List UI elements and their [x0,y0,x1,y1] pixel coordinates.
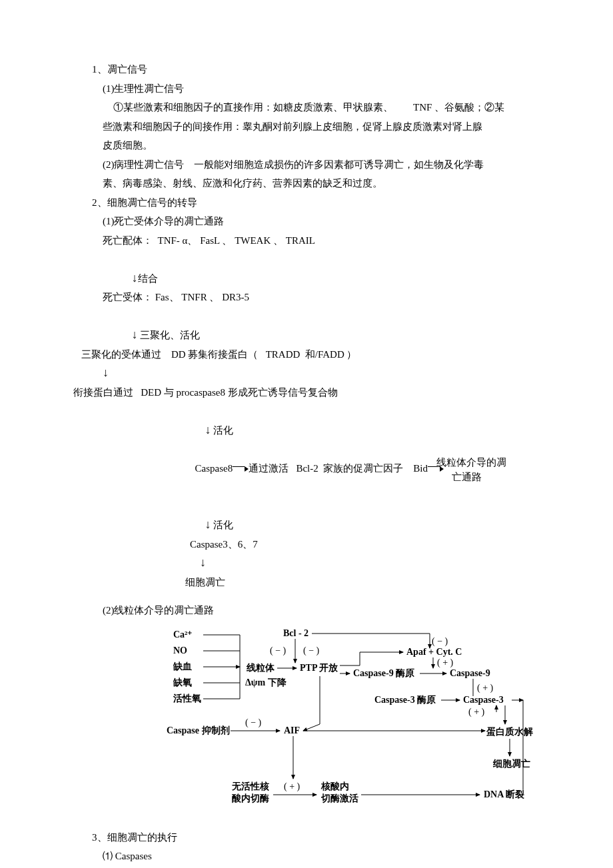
sec2-heading: 2、细胞凋亡信号的转导 [73,193,546,213]
arrow-solo-1: ↓ [73,364,546,383]
fig-minus-3: ( − ) [432,636,448,647]
down-arrow-icon: ↓ [103,366,109,379]
fig-caspinh-label: Caspase 抑制剂 [167,725,230,735]
down-arrow-icon: ↓ [132,328,138,341]
fig-plus-2: ( + ) [477,683,494,693]
sec3-item1: ⑴ Caspases [73,847,546,866]
down-arrow-icon: ↓ [205,423,211,436]
fig-dna-label: DNA 断裂 [484,789,524,799]
arrow-trimer-row: ↓ 三聚化、活化 [73,307,546,345]
fig-ca-label: Ca²⁺ [173,630,192,640]
ded-complex-line: 衔接蛋白通过 DED 与 procaspase8 形成死亡诱导信号复合物 [73,383,546,402]
sec2-1-heading: (1)死亡受体介导的凋亡通路 [73,212,546,231]
sec1-2-line2: 素、病毒感染、射线、应激和化疗药、营养因素的缺乏和过度。 [73,174,546,193]
arrow-activate-1-label: 活化 [213,425,233,436]
sec1-1-heading: (1)生理性凋亡信号 [73,79,546,99]
arrow-activate-2-row: ↓ 活化 [73,497,546,535]
arrow-trimer-label: 三聚化、活化 [140,330,200,340]
dd-recruit-line: 三聚化的受体通过 DD 募集衔接蛋白（ TRADD 和/FADD ） [73,345,546,364]
sec3-item2: ⑵内源性核酸内切酶 [73,866,546,869]
sec1-1-line3: 皮质细胞。 [73,136,546,155]
fig-apoptosis-label: 细胞凋亡 [492,758,530,769]
caspase8-label: Caspase8 [195,463,233,474]
arrow-activate-2-label: 活化 [213,520,233,530]
bcl2-bid-text: 通过激活 Bcl-2 家族的促凋亡因子 Bid [249,463,428,474]
sec1-heading: 1、凋亡信号 [73,60,546,79]
arrow-bind-row: ↓结合 [73,250,546,288]
caspase367-line: Caspase3、6、7 [73,535,546,554]
mito-pathway-text: 线粒体介导的凋亡通路 [426,440,506,500]
down-arrow-icon: ↓ [200,556,206,569]
death-receptor-line: 死亡受体： Fas、 TNFR 、 DR3-5 [73,288,546,307]
sec1-2-line1: (2)病理性凋亡信号 一般能对细胞造成损伤的许多因素都可诱导凋亡，如生物及化学毒 [73,155,546,175]
sec1-1-line1: ①某些激素和细胞因子的直接作用：如糖皮质激素、甲状腺素、 TNF 、谷氨酸；②某 [73,98,546,117]
right-arrow-icon [233,463,249,474]
fig-minus-1: ( − ) [270,646,287,656]
sec3-heading: 3、细胞凋亡的执行 [73,828,546,847]
arrow-activate-1-row: ↓ 活化 [73,402,546,440]
fig-proteolysis-label: 蛋白质水解 [486,726,533,737]
fig-endo-inactive-b: 酸内切酶 [232,793,269,803]
fig-minus-2: ( − ) [303,646,320,656]
fig-c9pro-label: Caspase-9 酶原 [353,668,414,678]
fig-no-label: NO [173,646,187,655]
down-arrow-icon: ↓ [205,518,211,531]
fig-mito-label: 线粒体 [246,663,275,673]
fig-c9-label: Caspase-9 [450,668,490,678]
mitochondrial-pathway-diagram: Ca²⁺ NO 缺血 缺氧 活性氧 Bcl - 2 ( − ) ( − ) ( … [167,624,540,824]
fig-minus-4: ( − ) [245,717,262,728]
fig-ischemia-label: 缺血 [173,661,192,671]
sec1-1-line2: 些激素和细胞因子的间接作用：睾丸酮对前列腺上皮细胞，促肾上腺皮质激素对肾上腺 [73,117,546,137]
fig-plus-1: ( + ) [437,657,454,668]
caspase8-line: Caspase8通过激活 Bcl-2 家族的促凋亡因子 Bid 线粒体介导的凋亡… [73,440,546,497]
fig-ros-label: 活性氧 [173,693,201,703]
fig-plus-4: ( + ) [284,781,301,792]
fig-hypoxia-label: 缺氧 [173,677,192,687]
fig-apaf-label: Apaf + Cyt. C [406,647,462,657]
fig-dpsi-label: Δψm 下降 [245,677,287,687]
arrow-bind-label: 结合 [138,273,158,284]
fig-c3pro-label: Caspase-3 酶原 [374,695,436,705]
fig-endo-inactive-a: 无活性核 [231,781,269,791]
sec2-2-heading: (2)线粒体介导的凋亡通路 [73,601,546,620]
fig-endo-active-a: 核酸内 [320,781,349,791]
down-arrow-icon: ↓ [132,271,138,284]
fig-plus-3: ( + ) [468,707,485,717]
fig-endo-active-b: 切酶激活 [320,793,358,803]
arrow-solo-2: ↓ [73,554,546,573]
fig-c3-label: Caspase-3 [463,695,504,705]
fig-bcl2-label: Bcl - 2 [283,628,308,638]
apoptosis-result-line: 细胞凋亡 [73,573,546,592]
fig-aif-label: AIF [284,725,300,735]
fig-ptp-label: PTP 开放 [300,663,338,673]
svg-line-24 [303,724,320,731]
death-ligand-line: 死亡配体： TNF- α、 FasL 、 TWEAK 、 TRAIL [73,231,546,250]
